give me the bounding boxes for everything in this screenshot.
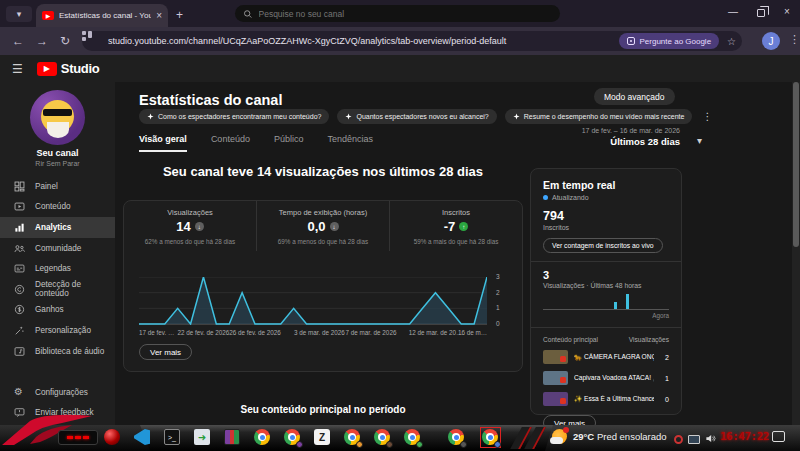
youtube-favicon-icon: ▶ xyxy=(42,11,54,20)
taskbar-chrome-profile-blue-active[interactable] xyxy=(482,429,499,446)
tab-close-icon[interactable]: × xyxy=(156,10,162,21)
notification-center-icon[interactable] xyxy=(772,431,785,442)
taskbar-file-transfer[interactable]: ➜ xyxy=(194,429,211,446)
chip-question-2[interactable]: Quantos espectadores novos eu alcancei? xyxy=(337,109,496,124)
bookmark-star-icon[interactable]: ☆ xyxy=(727,36,736,47)
overview-chart-card: Visualizações 14 ↓ 62% a menos do que há… xyxy=(123,200,523,372)
sidebar-nav: Painel Conteúdo Analytics Comunidade Leg… xyxy=(0,176,115,361)
metric-watch-time[interactable]: Tempo de exibição (horas) 0,0 ↓ 69% a me… xyxy=(256,201,389,251)
live-subscriber-count-button[interactable]: Ver contagem de inscritos ao vivo xyxy=(543,238,663,253)
url-text[interactable]: studio.youtube.com/channel/UCqZAaPoOZZAH… xyxy=(108,36,619,46)
sidebar-item-analytics[interactable]: Analytics xyxy=(0,217,115,238)
new-tab-button[interactable]: + xyxy=(176,8,183,22)
chips-more-icon[interactable]: ⋮ xyxy=(702,111,712,122)
video-thumbnail xyxy=(543,371,568,385)
back-icon[interactable]: ← xyxy=(12,34,24,48)
advanced-mode-button[interactable]: Modo avançado xyxy=(594,88,675,105)
recording-tray-icon[interactable] xyxy=(674,435,683,444)
reload-icon[interactable]: ↻ xyxy=(60,34,70,48)
taskbar-vscode[interactable] xyxy=(134,429,151,446)
sidebar-item-painel[interactable]: Painel xyxy=(0,176,115,197)
sidebar-item-legendas[interactable]: Legendas xyxy=(0,258,115,279)
x-tick-label: 3 de mar. de 2026 xyxy=(294,329,345,336)
realtime-panel: Em tempo real Atualizando 794 Inscritos … xyxy=(530,168,682,415)
bottom-section-heading: Seu conteúdo principal no período xyxy=(123,404,523,415)
browser-tab[interactable]: ▶ Estatísticas do canal - YouTube × xyxy=(36,4,168,27)
tab-conteudo[interactable]: Conteúdo xyxy=(211,134,250,152)
browser-profile-avatar[interactable]: J xyxy=(762,32,780,50)
tab-search-button[interactable]: ▾ xyxy=(6,6,32,22)
taskbar-chrome-profile-gray[interactable] xyxy=(448,429,465,446)
taskbar-app-z[interactable]: Z xyxy=(314,429,331,446)
sparkle-icon xyxy=(345,113,352,120)
tab-tendencias[interactable]: Tendências xyxy=(327,134,373,152)
taskbar-red-orb-app[interactable] xyxy=(104,429,121,446)
ask-google-button[interactable]: Pergunte ao Google xyxy=(619,33,719,49)
weather-text[interactable]: 29°C Pred ensolarado xyxy=(573,431,667,442)
video-row[interactable]: ✨ Essa É a Última Chance d… 0 xyxy=(543,392,669,406)
chevron-down-icon: ▾ xyxy=(697,135,702,146)
hamburger-menu-icon[interactable]: ☰ xyxy=(12,62,23,76)
taskbar-winrar[interactable] xyxy=(224,429,241,446)
youtube-play-icon: ▶ xyxy=(37,62,57,76)
sidebar-item-ganhos[interactable]: Ganhos xyxy=(0,300,115,321)
studio-search[interactable] xyxy=(235,5,560,22)
video-thumbnail xyxy=(543,350,568,364)
channel-name: Rir Sem Parar xyxy=(0,160,115,167)
video-row[interactable]: 🐆 CÂMERA FLAGRA ONÇA A… 2 xyxy=(543,350,669,364)
copyright-icon xyxy=(14,284,25,295)
taskbar-terminal[interactable]: >_ xyxy=(164,429,181,446)
sidebar: Seu canal Rir Sem Parar Painel Conteúdo … xyxy=(0,82,115,425)
scrollbar-thumb[interactable] xyxy=(793,82,799,247)
browser-menu-icon[interactable]: ⋮ xyxy=(789,33,800,46)
sidebar-item-conteudo[interactable]: Conteúdo xyxy=(0,197,115,218)
channel-avatar[interactable] xyxy=(30,90,85,145)
taskbar-chrome-profile-purple[interactable] xyxy=(284,429,301,446)
period-label: Últimos 28 dias xyxy=(545,136,680,147)
taskbar-clock[interactable]: 16:47:22 xyxy=(720,430,769,443)
sidebar-item-biblioteca[interactable]: Biblioteca de áudio xyxy=(0,341,115,362)
tab-visao-geral[interactable]: Visão geral xyxy=(139,134,187,152)
trend-up-icon: ↑ xyxy=(459,222,468,231)
metric-subscribers[interactable]: Inscritos -7 ↑ 59% a mais do que há 28 d… xyxy=(389,201,522,251)
forward-icon[interactable]: → xyxy=(36,34,48,48)
sidebar-item-personalizacao[interactable]: Personalização xyxy=(0,320,115,341)
suggestion-chips: Como os espectadores encontraram meu con… xyxy=(139,109,712,124)
trend-down-icon: ↓ xyxy=(330,222,339,231)
metric-views[interactable]: Visualizações 14 ↓ 62% a menos do que há… xyxy=(124,201,256,251)
page-title: Estatísticas do canal xyxy=(139,92,282,108)
customization-wand-icon xyxy=(14,325,25,336)
chart-see-more-button[interactable]: Ver mais xyxy=(139,344,192,360)
youtube-studio-logo[interactable]: ▶ Studio xyxy=(37,61,100,76)
realtime-sparkline xyxy=(543,293,669,310)
trend-down-icon: ↓ xyxy=(195,222,204,231)
gear-icon: ⚙ xyxy=(14,387,25,398)
x-tick-label: 12 de mar. de 20… xyxy=(409,329,463,336)
sidebar-item-configuracoes[interactable]: ⚙ Configurações xyxy=(0,382,115,403)
sidebar-item-comunidade[interactable]: Comunidade xyxy=(0,238,115,259)
date-range-picker[interactable]: 17 de fev. – 16 de mar. de 2026 Últimos … xyxy=(545,127,680,147)
y-tick-label: 2 xyxy=(496,289,510,296)
tab-publico[interactable]: Público xyxy=(274,134,304,152)
taskbar-chrome-profile-green[interactable] xyxy=(404,429,421,446)
studio-header: ☰ ▶ Studio xyxy=(0,55,800,82)
search-input[interactable] xyxy=(259,9,553,19)
search-icon xyxy=(243,9,253,19)
sidebar-item-deteccao[interactable]: Detecção de conteúdo xyxy=(0,279,115,300)
window-close-button[interactable]: × xyxy=(784,6,790,17)
volume-tray-icon[interactable] xyxy=(705,430,716,448)
site-info-icon[interactable] xyxy=(92,36,102,46)
address-bar[interactable]: studio.youtube.com/channel/UCqZAaPoOZZAH… xyxy=(82,31,742,51)
window-restore-button[interactable] xyxy=(757,9,765,17)
x-tick-label: 16 de m… xyxy=(458,329,487,336)
taskbar-chrome[interactable] xyxy=(254,429,271,446)
taskbar-chrome-profile-orange[interactable] xyxy=(344,429,361,446)
display-tray-icon[interactable] xyxy=(688,435,700,444)
taskbar-chrome-profile-brown[interactable] xyxy=(374,429,391,446)
chip-question-3[interactable]: Resume o desempenho do meu vídeo mais re… xyxy=(505,109,693,124)
video-row[interactable]: Capivara Voadora ATACA! 🚨 … 1 xyxy=(543,371,669,385)
x-tick-label: 17 de fev. … xyxy=(139,329,174,336)
window-minimize-button[interactable]: — xyxy=(728,6,738,17)
weather-icon[interactable] xyxy=(552,429,567,444)
chip-question-1[interactable]: Como os espectadores encontraram meu con… xyxy=(139,109,329,124)
